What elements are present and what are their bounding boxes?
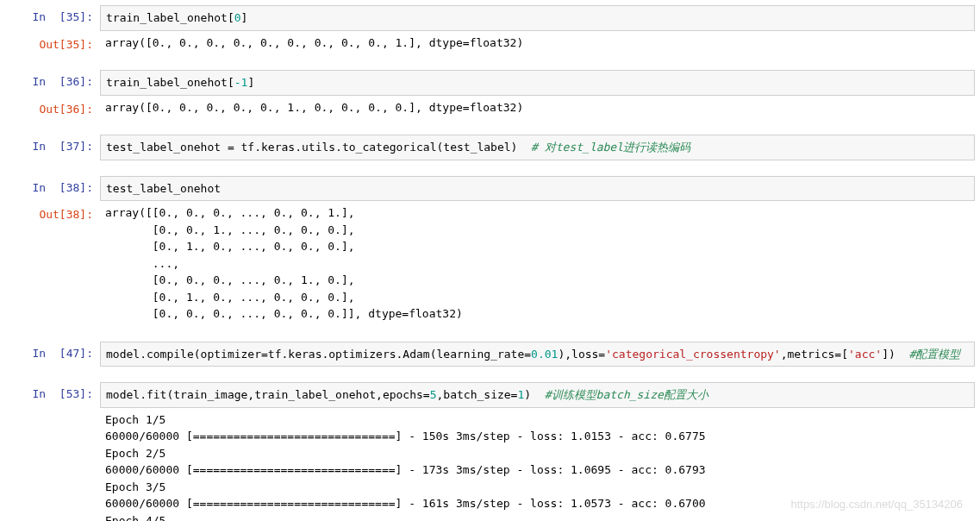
output-cell: Out[38]:array([[0., 0., 0., ..., 0., 0.,… (5, 203, 975, 326)
code-input[interactable]: train_label_onehot[-1] (100, 70, 975, 96)
out-prompt: Out[35]: (5, 33, 100, 53)
out-prompt: Out[36]: (5, 97, 100, 118)
in-prompt: In [36]: (5, 70, 100, 91)
in-prompt: In [47]: (5, 342, 100, 362)
notebook-root: In [35]:train_label_onehot[0]Out[35]:arr… (5, 5, 975, 521)
output-text: array([[0., 0., 0., ..., 0., 0., 1.], [0… (100, 203, 975, 326)
input-cell: In [53]:model.fit(train_image,train_labe… (5, 382, 975, 408)
stream-output: Epoch 1/5 60000/60000 [=================… (100, 410, 975, 522)
input-cell: In [36]:train_label_onehot[-1] (5, 70, 975, 96)
output-text: array([0., 0., 0., 0., 0., 0., 0., 0., 0… (100, 33, 975, 55)
code-input[interactable]: model.fit(train_image,train_label_onehot… (100, 382, 975, 408)
input-cell: In [38]:test_label_onehot (5, 176, 975, 202)
code-input[interactable]: model.compile(optimizer=tf.keras.optimiz… (100, 342, 975, 367)
input-cell: In [47]:model.compile(optimizer=tf.keras… (5, 342, 975, 367)
output-text: array([0., 0., 0., 0., 0., 1., 0., 0., 0… (100, 97, 975, 120)
input-cell: In [35]:train_label_onehot[0] (5, 5, 975, 31)
output-cell: Epoch 1/5 60000/60000 [=================… (5, 410, 975, 522)
cell-spacer (5, 56, 975, 68)
empty-prompt (5, 410, 100, 413)
code-input[interactable]: train_label_onehot[0] (100, 5, 975, 31)
in-prompt: In [53]: (5, 382, 100, 403)
cell-spacer (5, 328, 975, 340)
output-cell: Out[35]:array([0., 0., 0., 0., 0., 0., 0… (5, 33, 975, 55)
in-prompt: In [37]: (5, 135, 100, 155)
cell-spacer (5, 121, 975, 133)
cell-spacer (5, 368, 975, 380)
out-prompt: Out[38]: (5, 203, 100, 223)
in-prompt: In [38]: (5, 176, 100, 197)
code-input[interactable]: test_label_onehot (100, 176, 975, 202)
cell-spacer (5, 162, 975, 174)
input-cell: In [37]:test_label_onehot = tf.keras.uti… (5, 135, 975, 160)
output-cell: Out[36]:array([0., 0., 0., 0., 0., 1., 0… (5, 97, 975, 120)
code-input[interactable]: test_label_onehot = tf.keras.utils.to_ca… (100, 135, 975, 160)
in-prompt: In [35]: (5, 5, 100, 26)
